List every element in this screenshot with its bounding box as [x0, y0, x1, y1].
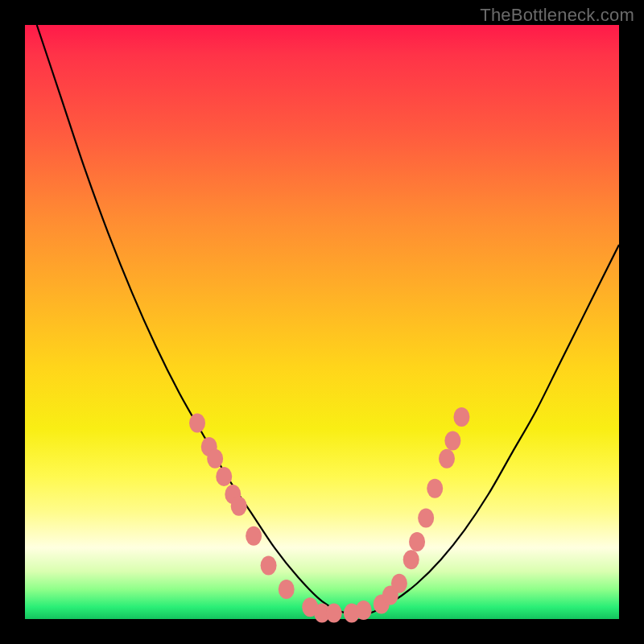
marker-point — [246, 526, 262, 546]
marker-point — [261, 556, 277, 576]
marker-point — [409, 532, 425, 551]
marker-point — [216, 467, 232, 486]
marker-point — [427, 479, 443, 498]
chart-frame: TheBottleneck.com — [0, 0, 644, 644]
marker-point — [231, 497, 247, 516]
marker-point — [418, 509, 434, 528]
marker-point — [391, 574, 407, 593]
plot-area — [25, 25, 619, 619]
marker-point — [453, 407, 469, 427]
curve-svg — [25, 25, 619, 619]
marker-point — [207, 449, 223, 469]
marker-point — [403, 550, 419, 569]
bottleneck-curve — [37, 25, 619, 614]
watermark-text: TheBottleneck.com — [480, 5, 634, 26]
marker-point — [279, 580, 295, 599]
marker-point — [444, 431, 460, 451]
highlighted-points — [189, 407, 469, 623]
marker-point — [189, 413, 205, 432]
marker-point — [326, 604, 342, 623]
marker-point — [356, 601, 372, 620]
marker-point — [439, 449, 455, 469]
